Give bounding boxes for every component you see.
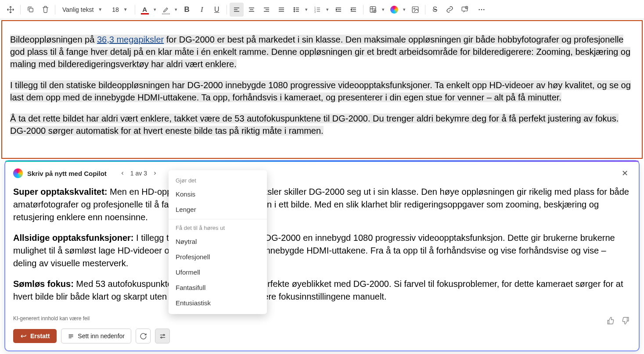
prev-button[interactable] bbox=[117, 168, 128, 179]
chevron-down-icon[interactable]: ▼ bbox=[324, 3, 331, 17]
copilot-body: Super opptakskvalitet: Men en HD-oppløsn… bbox=[5, 183, 639, 314]
delete-icon[interactable] bbox=[38, 3, 52, 17]
svg-text:3: 3 bbox=[314, 11, 316, 13]
chevron-down-icon[interactable]: ▼ bbox=[173, 3, 179, 17]
insert-label: Sett inn nedenfor bbox=[78, 333, 125, 340]
document-text: Bildeoppløsningen på 36,3 megapiksler fo… bbox=[10, 33, 634, 137]
dropdown-item-concise[interactable]: Konsis bbox=[169, 186, 267, 202]
svg-point-15 bbox=[483, 9, 485, 10]
dropdown-section-header: Få det til å høres ut bbox=[169, 221, 267, 234]
copy-icon[interactable] bbox=[23, 3, 37, 17]
nav-counter: 1 av 3 bbox=[130, 170, 147, 177]
separator bbox=[227, 5, 227, 14]
copilot-toolbar-button[interactable]: ▼ bbox=[387, 3, 407, 17]
copilot-nav: 1 av 3 bbox=[117, 168, 160, 179]
bold-button[interactable]: B bbox=[180, 3, 194, 17]
chevron-down-icon[interactable]: ▼ bbox=[401, 3, 407, 17]
cp-p3-text: Med 53 autofokuspunkter fanger du enkelt… bbox=[13, 279, 623, 301]
align-left-button[interactable] bbox=[230, 3, 244, 17]
indent-increase-button[interactable] bbox=[331, 3, 345, 17]
thumbs-down-button[interactable] bbox=[620, 315, 631, 326]
separator bbox=[55, 5, 55, 14]
style-select[interactable]: Vanlig tekst▼ bbox=[58, 3, 107, 17]
doc-p3: Å ta det rette bildet har aldri vært enk… bbox=[10, 114, 619, 136]
dropdown-item-imaginative[interactable]: Fantasifull bbox=[169, 280, 267, 295]
tone-dropdown: Gjør det Konsis Lenger Få det til å høre… bbox=[169, 170, 267, 314]
svg-point-1 bbox=[294, 7, 295, 8]
replace-label: Erstatt bbox=[30, 333, 50, 340]
insert-below-button[interactable]: Sett inn nedenfor bbox=[61, 329, 131, 343]
style-select-label: Vanlig tekst bbox=[62, 6, 94, 13]
cp-p1-heading: Super opptakskvalitet: bbox=[13, 187, 108, 197]
chevron-down-icon[interactable]: ▼ bbox=[303, 3, 309, 17]
cp-p2-heading: Allsidige opptaksfunksjoner: bbox=[13, 233, 133, 243]
font-size-value: 18 bbox=[112, 6, 119, 13]
dropdown-item-neutral[interactable]: Nøytral bbox=[169, 234, 267, 249]
dropdown-section-header: Gjør det bbox=[169, 174, 267, 186]
chevron-down-icon[interactable]: ▼ bbox=[380, 3, 386, 17]
close-button[interactable]: ✕ bbox=[619, 167, 631, 179]
dropdown-item-casual[interactable]: Uformell bbox=[169, 265, 267, 280]
svg-point-13 bbox=[479, 9, 480, 10]
document-area[interactable]: Bildeoppløsningen på 36,3 megapiksler fo… bbox=[1, 20, 643, 159]
svg-point-3 bbox=[294, 11, 295, 12]
copilot-header: Skriv på nytt med Copilot 1 av 3 ✕ bbox=[5, 161, 639, 183]
numbered-list-icon[interactable]: 123 bbox=[310, 3, 324, 17]
svg-point-10 bbox=[414, 8, 415, 9]
svg-point-2 bbox=[294, 9, 295, 10]
dropdown-item-enthusiastic[interactable]: Entusiastisk bbox=[169, 295, 267, 311]
bullet-list-icon[interactable] bbox=[289, 3, 303, 17]
feedback-buttons bbox=[605, 315, 631, 326]
indent-decrease-button[interactable] bbox=[346, 3, 360, 17]
chevron-down-icon[interactable]: ▼ bbox=[152, 3, 158, 17]
link-button[interactable] bbox=[443, 3, 457, 17]
separator bbox=[425, 5, 425, 14]
align-center-button[interactable] bbox=[245, 3, 259, 17]
copilot-title: Skriv på nytt med Copilot bbox=[27, 170, 107, 177]
strikethrough-button[interactable]: S bbox=[428, 3, 442, 17]
font-color-button[interactable]: A▼ bbox=[138, 3, 158, 17]
resolution-link[interactable]: 36,3 megapiksler bbox=[97, 35, 164, 44]
next-button[interactable] bbox=[150, 168, 160, 179]
font-color-icon[interactable]: A bbox=[138, 3, 152, 17]
font-size-select[interactable]: 18▼ bbox=[108, 3, 132, 17]
copilot-panel: Skriv på nytt med Copilot 1 av 3 ✕ Super… bbox=[4, 160, 640, 351]
svg-rect-0 bbox=[29, 8, 33, 12]
separator bbox=[135, 5, 135, 14]
copilot-icon[interactable] bbox=[387, 3, 401, 17]
toolbar: Vanlig tekst▼ 18▼ A▼ ▼ B I U ▼ 123▼ ▼ ▼ … bbox=[0, 0, 644, 19]
numbered-list-button[interactable]: 123▼ bbox=[310, 3, 331, 17]
doc-p1-pre: Bildeoppløsningen på bbox=[10, 35, 97, 44]
highlight-icon[interactable] bbox=[159, 3, 173, 17]
underline-button[interactable]: U bbox=[210, 3, 224, 17]
svg-point-17 bbox=[161, 336, 162, 338]
copilot-logo-icon bbox=[13, 168, 23, 178]
italic-button[interactable]: I bbox=[195, 3, 209, 17]
chevron-down-icon: ▼ bbox=[123, 7, 128, 12]
dropdown-item-longer[interactable]: Lenger bbox=[169, 202, 267, 217]
svg-point-14 bbox=[481, 9, 482, 10]
move-icon[interactable] bbox=[4, 3, 18, 17]
svg-point-16 bbox=[163, 334, 164, 336]
align-justify-button[interactable] bbox=[274, 3, 288, 17]
ai-disclaimer: KI-generert innhold kan være feil bbox=[5, 314, 639, 323]
more-button[interactable] bbox=[475, 3, 489, 17]
image-button[interactable] bbox=[408, 3, 422, 17]
chevron-down-icon: ▼ bbox=[98, 7, 102, 12]
align-right-button[interactable] bbox=[259, 3, 273, 17]
table-icon[interactable] bbox=[366, 3, 380, 17]
highlight-button[interactable]: ▼ bbox=[159, 3, 179, 17]
separator bbox=[169, 219, 267, 219]
separator bbox=[363, 5, 363, 14]
comment-button[interactable] bbox=[458, 3, 472, 17]
thumbs-up-button[interactable] bbox=[605, 315, 616, 326]
copilot-actions: Erstatt Sett inn nedenfor bbox=[5, 323, 639, 350]
replace-button[interactable]: Erstatt bbox=[13, 329, 57, 343]
adjust-button[interactable] bbox=[155, 329, 170, 343]
table-button[interactable]: ▼ bbox=[366, 3, 386, 17]
dropdown-item-professional[interactable]: Profesjonell bbox=[169, 249, 267, 265]
regenerate-button[interactable] bbox=[136, 329, 151, 343]
doc-p2: I tillegg til den statiske bildeoppløsni… bbox=[10, 80, 631, 102]
separator bbox=[20, 5, 21, 14]
bullet-list-button[interactable]: ▼ bbox=[289, 3, 309, 17]
